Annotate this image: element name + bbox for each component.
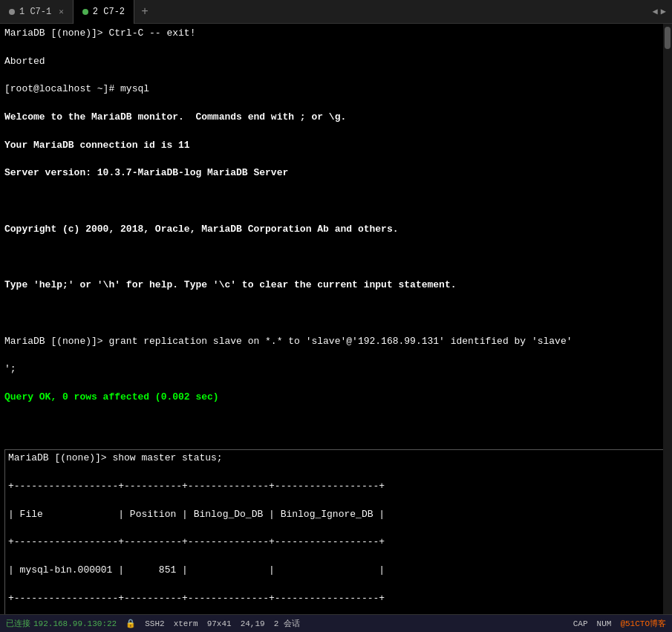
cap-label: CAP (573, 619, 588, 628)
sessions-count: 2 会话 (274, 618, 300, 629)
cursor-position: 24,19 (241, 619, 265, 628)
terminal-size: 97x41 (207, 619, 232, 628)
tab1-label: 1 C7-1 (19, 7, 51, 17)
ssh-status: SSH2 (145, 619, 164, 628)
connected-ip: 192.168.99.130:22 (33, 619, 117, 628)
num-label: NUM (597, 619, 612, 628)
terminal-label: xterm (174, 619, 198, 628)
status-bar: 已连接 192.168.99.130:22 🔒 SSH2 xterm 97x41… (0, 614, 672, 632)
tab-c7-2[interactable]: 2 C7-2 (74, 0, 134, 24)
arrow-left-icon[interactable]: ◀ (653, 6, 658, 17)
title-bar: 1 C7-1 ✕ 2 C7-2 + ◀ ▶ (0, 0, 672, 24)
tab-c7-1[interactable]: 1 C7-1 ✕ (0, 0, 74, 24)
tab2-label: 2 C7-2 (93, 7, 125, 17)
brand-text: @51CTO博客 (620, 618, 666, 629)
tab1-close[interactable]: ✕ (59, 7, 64, 16)
size-label: 97x41 (207, 619, 232, 628)
master-status-output: MariaDB [(none)]> show master status; +-… (8, 452, 664, 614)
connected-label: 已连接 (6, 618, 30, 629)
scrollbar[interactable] (663, 24, 672, 614)
lock-icon: 🔒 (125, 619, 136, 628)
nav-arrows: ◀ ▶ (653, 6, 672, 17)
num-indicator: NUM (597, 619, 612, 628)
terminal-output: MariaDB [(none)]> Ctrl-C -- exit! Aborte… (4, 27, 668, 446)
terminal-type: xterm (174, 619, 198, 628)
arrow-right-icon[interactable]: ▶ (661, 6, 666, 17)
brand-label: @51CTO博客 (620, 618, 666, 629)
tab-add-button[interactable]: + (134, 0, 155, 24)
terminal-area[interactable]: MariaDB [(none)]> Ctrl-C -- exit! Aborte… (0, 24, 672, 614)
scrollbar-thumb[interactable] (665, 27, 671, 49)
cap-indicator: CAP (573, 619, 588, 628)
connection-status: 已连接 192.168.99.130:22 (6, 618, 117, 629)
sessions-label: 2 会话 (274, 618, 300, 629)
tab1-dot (9, 9, 15, 15)
tab2-dot (82, 9, 88, 15)
master-status-block: MariaDB [(none)]> show master status; +-… (4, 449, 668, 614)
ssh-label: SSH2 (145, 619, 164, 628)
position-label: 24,19 (241, 619, 265, 628)
